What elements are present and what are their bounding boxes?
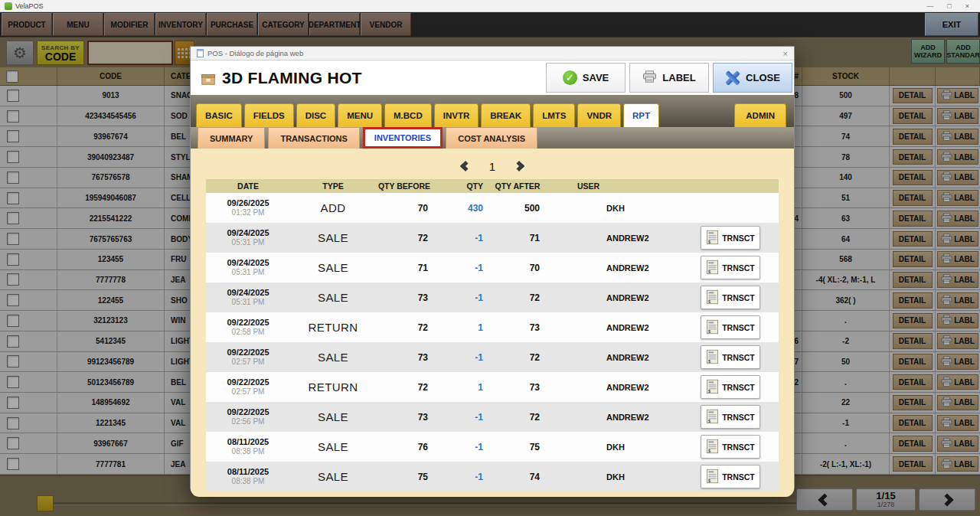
subtab-cost-analysis[interactable]: COST ANALYSIS (446, 127, 537, 149)
qty-before: 75 (376, 472, 433, 482)
transaction-action: $TRNSCT (701, 375, 779, 399)
qty-before: 72 (376, 382, 433, 393)
trnsct-button[interactable]: $TRNSCT (701, 286, 760, 309)
inventory-table-header: DATE TYPE QTY BEFORE QTY QTY AFTER USER (206, 179, 779, 193)
inventory-table: DATE TYPE QTY BEFORE QTY QTY AFTER USER … (206, 179, 779, 492)
transaction-user: ANDREW2 (547, 234, 701, 243)
window-titlebar: VelaPOS — □ × (0, 0, 980, 12)
trnsct-button[interactable]: $TRNSCT (701, 465, 760, 488)
receipt-icon: $ (706, 289, 719, 306)
product-dialog: POS - Diálogo de página web × 3D FLAMING… (190, 46, 795, 496)
svg-text:$: $ (708, 419, 710, 423)
qty-before: 73 (376, 352, 433, 363)
qty-after: 75 (488, 442, 547, 452)
maximize-icon[interactable]: □ (947, 2, 951, 10)
transaction-type: SALE (290, 351, 376, 364)
trnsct-button[interactable]: $TRNSCT (701, 345, 760, 369)
tab-vndr[interactable]: VNDR (577, 103, 621, 127)
svg-text:$: $ (708, 449, 710, 453)
subtab-summary[interactable]: SUMMARY (198, 127, 265, 149)
dialog-page-number: 1 (489, 160, 495, 173)
minimize-icon[interactable]: — (926, 2, 933, 10)
transaction-type: SALE (290, 410, 376, 423)
inventory-row: 09/24/202505:31 PMSALE72-171ANDREW2$TRNS… (206, 223, 779, 253)
transaction-type: SALE (290, 470, 376, 483)
trnsct-button[interactable]: $TRNSCT (701, 375, 760, 399)
transaction-user: ANDREW2 (547, 323, 701, 332)
save-button[interactable]: ✓ SAVE (546, 63, 626, 93)
tab-break[interactable]: BREAK (481, 103, 531, 127)
printer-icon (642, 70, 657, 85)
prev-arrow-icon[interactable] (460, 161, 471, 171)
qty-change: -1 (433, 442, 488, 452)
product-title: 3D FLAMING HOT (222, 69, 362, 87)
svg-text:$: $ (708, 359, 710, 364)
transaction-user: ANDREW2 (547, 293, 701, 302)
tab-admin[interactable]: ADMIN (734, 103, 786, 127)
transaction-user: ANDREW2 (547, 353, 701, 362)
subtab-transactions[interactable]: TRANSACTIONS (268, 127, 359, 149)
trnsct-button[interactable]: $TRNSCT (701, 405, 760, 429)
close-x-icon (725, 70, 740, 86)
transaction-user: DKH (547, 443, 701, 452)
svg-text:$: $ (708, 240, 710, 244)
qty-after: 71 (488, 233, 547, 243)
product-box-icon (200, 70, 217, 87)
tab-invtr[interactable]: INVTR (434, 103, 479, 127)
close-button[interactable]: CLOSE (713, 63, 792, 93)
qty-after: 73 (488, 322, 547, 333)
transaction-user: ANDREW2 (547, 263, 701, 273)
dialog-header: 3D FLAMING HOT ✓ SAVE LABEL CLOSE (191, 60, 794, 95)
close-label: CLOSE (746, 72, 780, 83)
inventory-row: 09/22/202502:57 PMRETURN72173ANDREW2$TRN… (206, 372, 779, 402)
dialog-tabs: BASICFIELDSDISCMENUM.BCDINVTRBREAKLMTSVN… (196, 103, 659, 127)
transaction-action: $TRNSCT (701, 435, 779, 459)
qty-after: 73 (488, 382, 547, 393)
qty-before: 70 (376, 203, 433, 214)
qty-change: -1 (433, 233, 488, 243)
tab-menu[interactable]: MENU (338, 103, 382, 127)
trnsct-button[interactable]: $TRNSCT (701, 315, 760, 339)
transaction-type: ADD (290, 201, 376, 214)
trnsct-button[interactable]: $TRNSCT (701, 226, 760, 250)
dialog-close-icon[interactable]: × (783, 49, 788, 58)
trnsct-button[interactable]: $TRNSCT (701, 256, 760, 279)
qty-change: -1 (433, 292, 488, 303)
transaction-user: DKH (547, 472, 701, 482)
tab-rpt[interactable]: RPT (623, 103, 659, 127)
transaction-date: 09/24/202505:31 PM (206, 288, 290, 307)
transaction-user: ANDREW2 (547, 383, 701, 392)
trnsct-button[interactable]: $TRNSCT (701, 435, 760, 459)
qty-after: 72 (488, 412, 547, 423)
qty-change: 1 (433, 322, 488, 333)
app-icon (5, 2, 12, 10)
qty-change: -1 (433, 352, 488, 363)
close-icon[interactable]: × (965, 2, 969, 10)
dialog-titlebar-title: POS - Diálogo de página web (207, 49, 303, 57)
tab-basic[interactable]: BASIC (196, 103, 242, 127)
qty-after-header: QTY AFTER (488, 181, 547, 191)
receipt-icon: $ (706, 409, 719, 426)
transaction-action: $TRNSCT (701, 226, 779, 250)
qty-before: 71 (376, 263, 433, 273)
tab-disc[interactable]: DISC (296, 103, 335, 127)
transaction-type: RETURN (290, 380, 376, 394)
dialog-titlebar: POS - Diálogo de página web × (191, 47, 794, 60)
dialog-content: 1 DATE TYPE QTY BEFORE QTY QTY AFTER USE… (191, 149, 794, 497)
subtab-inventories[interactable]: INVENTORIES (363, 127, 443, 149)
transaction-action: $TRNSCT (701, 315, 779, 339)
label-button[interactable]: LABEL (629, 63, 709, 93)
save-label: SAVE (583, 72, 609, 83)
transaction-date: 09/22/202502:57 PM (206, 377, 290, 397)
tab-fields[interactable]: FIELDS (244, 103, 294, 127)
tab-lmts[interactable]: LMTS (533, 103, 575, 127)
qty-before: 76 (376, 442, 433, 452)
qty-before: 73 (376, 412, 433, 423)
next-arrow-icon[interactable] (514, 161, 524, 171)
tab-m-bcd[interactable]: M.BCD (384, 103, 432, 127)
date-header: DATE (206, 181, 290, 191)
svg-text:$: $ (708, 389, 710, 394)
qty-after: 72 (488, 352, 547, 363)
inventory-row: 08/11/202508:38 PMSALE75-174DKH$TRNSCT (206, 462, 779, 492)
inventory-row: 09/26/202501:32 PMADD70430500DKH (206, 193, 779, 223)
